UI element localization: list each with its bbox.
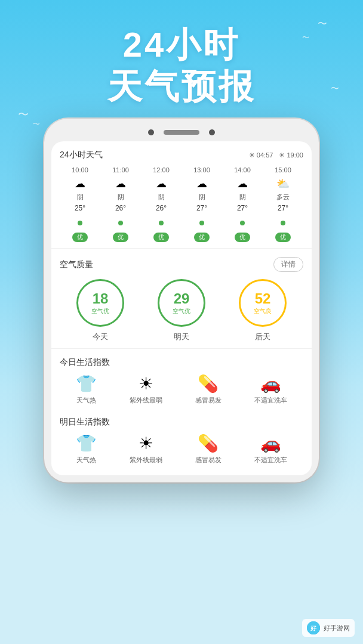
phone-mockup: 24小时天气 ☀ 04:57 ☀ 19:00 10:00 ☁ 阴 25° 优 1…: [44, 119, 319, 482]
hour-desc: 多云: [276, 193, 290, 202]
air-quality-section: 空气质量 详情 18 空气优 今天 29 空气优 明天 52 空气良 后天: [51, 249, 312, 349]
hourly-item: 14:00 ☁ 阴 27° 优: [222, 166, 263, 242]
tomorrow-life-index-section: 明日生活指数 👕 天气热 ☀ 紫外线最弱 💊 感冒易发 🚗 不适宜洗车: [51, 411, 312, 470]
air-quality-item: 52 空气良 后天: [239, 279, 287, 342]
life-icon: 👕: [76, 434, 97, 453]
phone-sensor: [209, 129, 215, 135]
hourly-item: 15:00 ⛅ 多云 27° 优: [263, 166, 303, 242]
air-value: 18: [93, 290, 109, 307]
life-text: 紫外线最弱: [130, 456, 162, 465]
hour-desc: 阴: [199, 193, 205, 202]
hero-section: 24小时 天气预报: [0, 0, 363, 107]
air-value: 52: [255, 290, 271, 307]
hour-weather-icon: ☁: [156, 177, 167, 190]
life-icon: 🚗: [260, 434, 281, 453]
hourly-item: 10:00 ☁ 阴 25° 优: [60, 166, 100, 242]
air-day: 后天: [255, 332, 270, 342]
life-text: 天气热: [76, 456, 96, 465]
detail-button[interactable]: 详情: [273, 257, 303, 272]
sunrise-time: ☀ 04:57: [249, 151, 273, 159]
hour-time: 10:00: [72, 166, 88, 174]
tomorrow-life-index-row: 👕 天气热 ☀ 紫外线最弱 💊 感冒易发 🚗 不适宜洗车: [60, 434, 303, 465]
life-icon: 🚗: [260, 374, 281, 394]
decorative-bird-4: 〜: [33, 119, 40, 129]
air-circle: 29 空气优: [158, 279, 205, 327]
life-index-item: 💊 感冒易发: [195, 374, 222, 405]
hour-temp: 26°: [156, 204, 167, 212]
hour-temp: 27°: [278, 204, 288, 212]
watermark-logo-icon: 好: [307, 621, 320, 634]
today-life-index-row: 👕 天气热 ☀ 紫外线最弱 💊 感冒易发 🚗 不适宜洗车: [60, 374, 303, 405]
life-text: 感冒易发: [195, 396, 222, 405]
weather-card-sun-times: ☀ 04:57 ☀ 19:00: [249, 151, 303, 159]
hour-desc: 阴: [239, 193, 246, 202]
hour-temp: 25°: [75, 204, 85, 212]
life-index-item: 🚗 不适宜洗车: [254, 434, 287, 465]
watermark-logo: 好: [307, 621, 320, 634]
watermark-text: 好手游网: [324, 624, 350, 633]
phone-speaker: [164, 130, 199, 135]
air-value: 29: [174, 290, 190, 307]
phone-screen: 24小时天气 ☀ 04:57 ☀ 19:00 10:00 ☁ 阴 25° 优 1…: [51, 141, 312, 475]
hourly-item: 13:00 ☁ 阴 27° 优: [182, 166, 222, 242]
hourly-item: 11:00 ☁ 阴 26° 优: [100, 166, 141, 242]
life-index-item: 👕 天气热: [76, 374, 97, 405]
hour-temp: 26°: [115, 204, 126, 212]
phone-camera: [148, 129, 154, 135]
hero-title-line1: 24小时: [0, 24, 363, 66]
today-life-index-title: 今日生活指数: [60, 357, 303, 368]
hour-weather-icon: ☁: [237, 177, 248, 190]
hour-quality: 优: [113, 233, 128, 242]
hourly-scroll: 10:00 ☁ 阴 25° 优 11:00 ☁ 阴 26° 优 12:00 ☁ …: [60, 166, 303, 242]
air-quality-item: 29 空气优 明天: [158, 279, 205, 342]
svg-text:好: 好: [310, 625, 317, 631]
hour-quality: 优: [275, 233, 291, 242]
weather-card-title: 24小时天气: [60, 150, 103, 160]
air-label: 空气良: [254, 307, 272, 315]
life-text: 天气热: [76, 396, 96, 405]
hour-temp: 27°: [237, 204, 248, 212]
hour-desc: 阴: [118, 193, 124, 202]
life-index-item: 👕 天气热: [76, 434, 97, 465]
life-index-item: 💊 感冒易发: [195, 434, 222, 465]
hour-time: 11:00: [112, 166, 129, 174]
life-index-item: 🚗 不适宜洗车: [254, 374, 287, 405]
phone-top-bar: [51, 129, 312, 135]
air-day: 今天: [93, 332, 108, 342]
hour-quality: 优: [72, 233, 88, 242]
air-circle: 18 空气优: [76, 279, 124, 327]
hero-title-line2: 天气预报: [0, 66, 363, 107]
hour-desc: 阴: [158, 193, 165, 202]
air-day: 明天: [174, 332, 189, 342]
hourly-item: 12:00 ☁ 阴 26° 优: [141, 166, 182, 242]
life-text: 感冒易发: [195, 456, 222, 465]
weather-card: 24小时天气 ☀ 04:57 ☀ 19:00 10:00 ☁ 阴 25° 优 1…: [51, 141, 312, 249]
hour-temp: 27°: [196, 204, 207, 212]
hour-time: 15:00: [275, 166, 291, 174]
air-quality-header: 空气质量 详情: [60, 257, 303, 272]
hour-time: 12:00: [153, 166, 170, 174]
life-index-item: ☀ 紫外线最弱: [130, 374, 162, 405]
hour-time: 14:00: [234, 166, 251, 174]
hour-time: 13:00: [193, 166, 210, 174]
air-label: 空气优: [91, 307, 109, 315]
decorative-bird-3: 〜: [18, 107, 29, 122]
air-circle: 52 空气良: [239, 279, 287, 327]
hour-weather-icon: ☁: [196, 177, 207, 190]
life-index-item: ☀ 紫外线最弱: [130, 434, 162, 465]
life-icon: ☀: [139, 434, 153, 453]
air-label: 空气优: [173, 307, 190, 315]
weather-card-header: 24小时天气 ☀ 04:57 ☀ 19:00: [60, 150, 303, 160]
air-quality-row: 18 空气优 今天 29 空气优 明天 52 空气良 后天: [60, 279, 303, 342]
life-icon: 👕: [76, 374, 97, 394]
life-text: 不适宜洗车: [254, 396, 287, 405]
watermark: 好 好手游网: [302, 619, 355, 637]
life-icon: 💊: [198, 374, 219, 394]
hour-quality: 优: [235, 233, 250, 242]
air-quality-title: 空气质量: [60, 259, 93, 270]
hour-quality: 优: [153, 233, 169, 242]
hour-weather-icon: ☁: [115, 177, 126, 190]
hour-weather-icon: ⛅: [276, 177, 290, 190]
hour-desc: 阴: [77, 193, 84, 202]
sunset-time: ☀ 19:00: [279, 151, 303, 159]
